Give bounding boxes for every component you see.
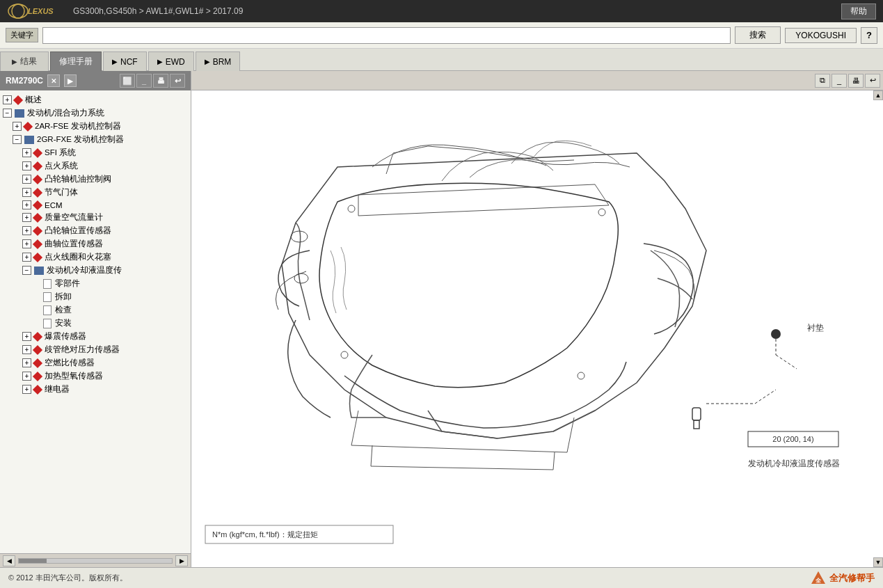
tree-item[interactable]: −2GR-FXE 发动机控制器 [0,133,191,146]
tab-ncf-label: NCF [120,57,138,67]
tree-item[interactable]: +凸轮轴位置传感器 [0,224,191,237]
tree-item-label: 发动机冷却液温度传 [47,265,122,276]
diagram-scroll-top[interactable]: ▲ [873,90,883,100]
brand-text: 全汽修帮手 [829,572,875,585]
minimize-button[interactable]: _ [832,74,847,88]
svg-line-10 [755,390,776,404]
svg-point-0 [8,4,28,18]
search-bar: 关键字 搜索 YOKOGUSHI ? [0,22,883,49]
diamond-icon [33,225,42,235]
tree-item[interactable]: +爆震传感器 [0,330,191,343]
print-button[interactable]: 🖶 [848,74,864,88]
tree-item-label: 检查 [55,305,72,315]
panel-print-button[interactable]: 🖶 [153,74,168,88]
document-icon [43,279,51,289]
main-content: RM2790C ✕ ▶ ⬜ _ 🖶 ↩ +概述−发动机/混合动力系统+2AR-F… [0,71,883,567]
tree-item[interactable]: +点火线圈和火花塞 [0,251,191,264]
tree-item-label: SFI 系统 [45,148,76,158]
tree-item[interactable]: +加热型氧传感器 [0,370,191,383]
diamond-icon [33,371,42,381]
help-icon-button[interactable]: ? [861,27,877,44]
header: LEXUS GS300h,GS450h > AWL1#,GWL1# > 2017… [0,0,883,22]
tree-item[interactable]: +空燃比传感器 [0,356,191,370]
tree-item[interactable]: 安装 [0,317,191,330]
diamond-icon [33,252,42,262]
panel-minimize-button[interactable]: _ [136,74,152,88]
return-button[interactable]: ↩ [865,74,880,88]
svg-text:衬垫: 衬垫 [807,323,824,333]
tab-results-label: 结果 [20,56,37,67]
scroll-right-button[interactable]: ▶ [175,555,188,566]
footer: © 2012 丰田汽车公司。版权所有。 全 全汽修帮手 [0,567,883,588]
tree-item[interactable]: 拆卸 [0,290,191,303]
engine-diagram-svg: 20 (200, 14) 衬垫 发动机冷却液温度传感器 [191,90,852,564]
tree-item-label: 凸轮轴机油控制阀 [45,174,111,184]
tree-item[interactable]: +曲轴位置传感器 [0,237,191,251]
diamond-icon [13,95,23,104]
left-panel: RM2790C ✕ ▶ ⬜ _ 🖶 ↩ +概述−发动机/混合动力系统+2AR-F… [0,71,191,567]
panel-back-button[interactable]: ↩ [170,74,185,88]
tab-ewd[interactable]: ▶ EWD [148,51,194,71]
help-button[interactable]: 帮助 [841,3,876,19]
yokogushi-button[interactable]: YOKOGUSHI [785,28,857,43]
diamond-icon [33,174,42,184]
expand-icon: + [22,239,31,248]
svg-point-7 [341,351,348,358]
close-button[interactable]: ✕ [47,74,60,87]
tree-item[interactable]: +点火系统 [0,159,191,173]
collapse-icon: − [13,135,22,144]
expand-icon: + [3,95,12,104]
tree-item[interactable]: +继电器 [0,383,191,396]
tree-item[interactable]: +SFI 系统 [0,146,191,159]
scroll-left-button[interactable]: ◀ [3,555,15,566]
brm-arrow-icon: ▶ [205,58,210,65]
tree-item[interactable]: +歧管绝对压力传感器 [0,343,191,356]
tree-item-label: ECM [45,201,63,209]
keyword-label: 关键字 [6,28,38,42]
diamond-icon [33,200,42,209]
search-input[interactable] [42,27,731,44]
tree-item-label: 发动机/混合动力系统 [27,108,104,118]
document-icon [43,292,51,302]
search-button[interactable]: 搜索 [735,26,781,44]
svg-point-14 [771,329,781,339]
left-panel-header: RM2790C ✕ ▶ ⬜ _ 🖶 ↩ [0,71,191,90]
expand-button[interactable]: ▶ [64,74,77,87]
tree-item-label: 点火线圈和火花塞 [45,252,111,262]
tree-item[interactable]: −发动机冷却液温度传 [0,264,191,277]
svg-point-1 [12,4,24,18]
book-icon [34,267,44,275]
tab-ewd-label: EWD [166,57,185,67]
diamond-icon [33,239,42,248]
diagram-scroll-bottom[interactable]: ▼ [873,557,883,567]
scroll-thumb [19,559,47,563]
panel-window-button[interactable]: ⬜ [120,74,135,88]
tree-item[interactable]: −发动机/混合动力系统 [0,106,191,120]
scroll-track [18,558,173,564]
diamond-icon [33,331,42,341]
tree-item[interactable]: +凸轮轴机油控制阀 [0,173,191,186]
book-icon [15,109,24,118]
tab-results[interactable]: ▶ 结果 [0,51,49,71]
tree-item-label: 节气门体 [45,187,78,198]
tab-repair-manual[interactable]: 修理手册 [50,51,102,71]
tree-item-label: 爆震传感器 [45,331,86,342]
tree-item-label: 质量空气流量计 [45,212,103,223]
tree-item[interactable]: 零部件 [0,277,191,290]
tree-item[interactable]: +节气门体 [0,186,191,199]
diagram-area[interactable]: 20 (200, 14) 衬垫 发动机冷却液温度传感器 [191,90,883,567]
document-icon [43,319,51,328]
svg-point-3 [291,231,308,242]
tree-item-label: 继电器 [45,384,70,395]
tab-brm[interactable]: ▶ BRM [196,51,241,71]
restore-button[interactable]: ⧉ [815,74,830,88]
tree-item[interactable]: +概述 [0,93,191,106]
tree-item[interactable]: +2AR-FSE 发动机控制器 [0,120,191,133]
tab-ncf[interactable]: ▶ NCF [103,51,147,71]
tree-item-label: 凸轮轴位置传感器 [45,225,111,236]
tree-item[interactable]: 检查 [0,303,191,317]
tree-container[interactable]: +概述−发动机/混合动力系统+2AR-FSE 发动机控制器−2GR-FXE 发动… [0,90,191,553]
tree-item[interactable]: +ECM [0,199,191,211]
svg-text:发动机冷却液温度传感器: 发动机冷却液温度传感器 [748,459,840,468]
tree-item[interactable]: +质量空气流量计 [0,211,191,224]
